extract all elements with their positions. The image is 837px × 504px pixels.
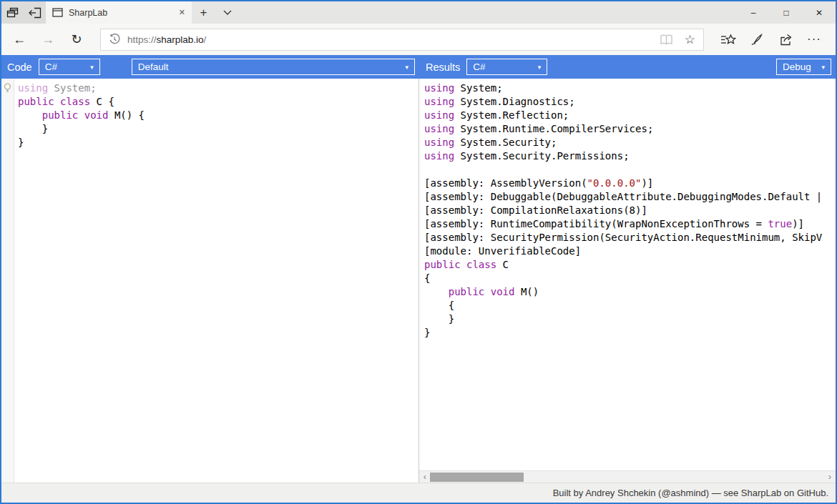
- app-toolbar: Code C# ▾ Default ▾ Results C# ▾ Debug ▾: [1, 55, 836, 79]
- lightbulb-icon[interactable]: [3, 83, 12, 93]
- results-section-label: Results: [426, 61, 460, 73]
- code-line: [assembly: AssemblyVersion("0.0.0.0")]: [424, 177, 836, 190]
- url-scheme: https://: [127, 34, 157, 45]
- code-line: public void M() {: [18, 109, 418, 122]
- footer: Built by Andrey Shchekin (@ashmind) — se…: [1, 483, 836, 503]
- editor-gutter: [1, 79, 14, 483]
- favorite-star-icon[interactable]: ☆: [685, 34, 695, 46]
- caption-buttons: – □ ✕: [737, 1, 836, 24]
- code-line: }: [424, 326, 836, 340]
- navigation-bar: ← → ↻ https://sharplab.io/ ☆: [1, 24, 836, 55]
- dropdown-arrow-icon: ▾: [405, 64, 408, 71]
- set-tabs-aside-icon: [29, 7, 41, 19]
- code-line: using System;: [424, 81, 836, 95]
- code-line: using System.Diagnostics;: [424, 95, 836, 109]
- close-button[interactable]: ✕: [803, 1, 836, 24]
- minimize-button[interactable]: –: [737, 1, 770, 24]
- url-text: https://sharplab.io/: [127, 34, 206, 45]
- url-host: sharplab.io: [157, 34, 204, 45]
- title-bar: SharpLab ✕ + – □ ✕: [1, 1, 836, 24]
- code-line: public void M(): [424, 285, 836, 299]
- refresh-button[interactable]: ↻: [66, 29, 87, 50]
- address-bar-actions: ☆: [660, 34, 695, 46]
- dropdown-arrow-icon: ▾: [90, 64, 94, 71]
- code-editor-pane[interactable]: using System;public class C { public voi…: [1, 79, 419, 483]
- code-line: using System.Reflection;: [424, 109, 836, 122]
- code-line: [assembly: SecurityPermission(SecurityAc…: [424, 231, 836, 244]
- code-line: }: [18, 136, 418, 149]
- stacked-tabs-icon: [6, 7, 19, 19]
- code-language-select[interactable]: C# ▾: [39, 59, 100, 75]
- code-line: [module: UnverifiableCode]: [424, 244, 836, 258]
- scroll-left-icon[interactable]: ‹: [419, 471, 431, 483]
- results-horizontal-scrollbar[interactable]: ‹ ›: [419, 470, 836, 483]
- reading-view-icon: [660, 34, 673, 45]
- hub-button[interactable]: [714, 28, 743, 51]
- dropdown-arrow-icon: ▾: [538, 64, 542, 71]
- more-options-button[interactable]: ···: [800, 28, 828, 51]
- tabs-aside-list-button[interactable]: [1, 1, 24, 24]
- code-line: {: [424, 272, 836, 285]
- code-line: using System.Runtime.CompilerServices;: [424, 122, 836, 136]
- maximize-button[interactable]: □: [770, 1, 803, 24]
- code-line: [assembly: RuntimeCompatibility(WrapNonE…: [424, 217, 836, 231]
- code-section-label: Code: [7, 61, 32, 73]
- hub-favorites-icon: [720, 34, 736, 46]
- page-favicon-icon: [52, 8, 63, 17]
- forward-button: →: [37, 29, 59, 50]
- set-tabs-aside-button[interactable]: [24, 1, 46, 24]
- code-editor-content[interactable]: using System;public class C { public voi…: [14, 79, 418, 483]
- code-line: using System.Security.Permissions;: [424, 149, 836, 163]
- back-button[interactable]: ←: [9, 29, 30, 50]
- footer-credit-link[interactable]: Built by Andrey Shchekin (@ashmind) — se…: [553, 488, 828, 498]
- results-content: using System;using System.Diagnostics;us…: [419, 79, 836, 340]
- code-line: public class C {: [18, 95, 418, 109]
- build-mode-select[interactable]: Debug ▾: [776, 59, 831, 75]
- code-line: [424, 163, 836, 177]
- browser-tab[interactable]: SharpLab ✕: [46, 1, 192, 24]
- scroll-right-icon[interactable]: ›: [824, 471, 836, 483]
- code-line: public class C: [424, 258, 836, 272]
- share-button[interactable]: [771, 28, 800, 51]
- new-tab-button[interactable]: +: [192, 1, 215, 24]
- tab-preview-toggle[interactable]: [215, 1, 239, 24]
- results-language-select[interactable]: C# ▾: [466, 59, 547, 75]
- results-pane: using System;using System.Diagnostics;us…: [419, 79, 836, 483]
- main-content: using System;public class C { public voi…: [1, 79, 836, 483]
- share-icon: [779, 34, 793, 46]
- pen-icon: [750, 34, 763, 46]
- code-line: }: [18, 122, 418, 136]
- code-line: using System;: [18, 81, 418, 95]
- history-clock-icon: [109, 34, 120, 45]
- code-line: {: [424, 299, 836, 312]
- code-toolbar-section: Code C# ▾ Default ▾: [1, 55, 419, 79]
- branch-select[interactable]: Default ▾: [132, 59, 415, 75]
- results-toolbar-section: Results C# ▾ Debug ▾: [419, 55, 836, 79]
- address-bar[interactable]: https://sharplab.io/ ☆: [100, 29, 704, 51]
- browser-window: SharpLab ✕ + – □ ✕ ← → ↻ https://sharpla…: [0, 0, 837, 504]
- code-line: using System.Security;: [424, 136, 836, 149]
- code-line: [assembly: Debuggable(DebuggableAttribut…: [424, 190, 836, 204]
- dropdown-arrow-icon: ▾: [821, 64, 825, 71]
- tab-title: SharpLab: [69, 8, 173, 18]
- chevron-down-icon: [223, 10, 232, 15]
- code-line: }: [424, 312, 836, 326]
- browser-actions: ···: [714, 28, 828, 51]
- ellipsis-icon: ···: [807, 32, 821, 46]
- scrollbar-thumb[interactable]: [430, 473, 524, 482]
- code-line: [assembly: CompilationRelaxations(8)]: [424, 204, 836, 217]
- tab-tools: [1, 1, 46, 24]
- annotate-button[interactable]: [743, 28, 771, 51]
- tab-close-icon[interactable]: ✕: [179, 8, 185, 17]
- url-path: /: [204, 34, 207, 45]
